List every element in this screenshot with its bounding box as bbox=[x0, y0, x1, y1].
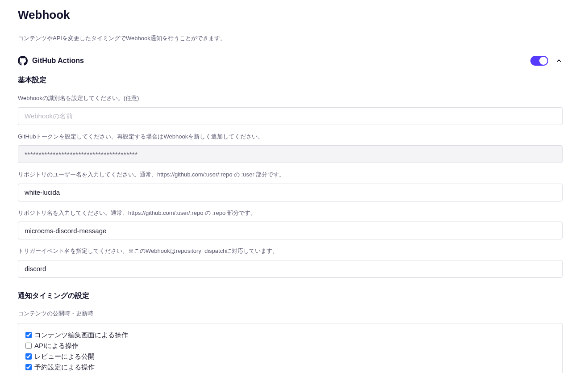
chevron-up-icon[interactable] bbox=[555, 57, 563, 64]
trigger-event-input[interactable] bbox=[18, 260, 563, 278]
repo-name-input[interactable] bbox=[18, 222, 563, 239]
integration-header: GitHub Actions bbox=[18, 56, 563, 66]
timing-checkbox[interactable] bbox=[25, 364, 32, 370]
github-token-input bbox=[18, 145, 563, 163]
repo-name-label: リポジトリ名を入力してください。通常、https://github.com/:u… bbox=[18, 209, 563, 218]
timing-checkbox[interactable] bbox=[25, 353, 32, 360]
timing-item: レビューによる公開 bbox=[25, 351, 555, 362]
trigger-event-label: トリガーイベント名を指定してください。※このWebhookはrepository… bbox=[18, 247, 563, 256]
integration-toggle[interactable] bbox=[530, 56, 548, 66]
timing-checkbox-group: コンテンツ編集画面による操作APIによる操作レビューによる公開予約設定による操作… bbox=[18, 323, 563, 373]
timing-item: APIによる操作 bbox=[25, 340, 555, 351]
timing-checkbox-label[interactable]: レビューによる公開 bbox=[34, 351, 95, 362]
timing-checkbox[interactable] bbox=[25, 332, 32, 338]
timing-group-label: コンテンツの公開時・更新時 bbox=[18, 310, 563, 318]
github-icon bbox=[18, 56, 28, 66]
timing-checkbox-label[interactable]: 予約設定による操作 bbox=[34, 362, 95, 373]
integration-name: GitHub Actions bbox=[32, 57, 84, 65]
repo-user-input[interactable] bbox=[18, 184, 563, 201]
page-title: Webhook bbox=[18, 8, 563, 22]
timing-item: 予約設定による操作 bbox=[25, 362, 555, 373]
repo-user-label: リポジトリのユーザー名を入力してください。通常、https://github.c… bbox=[18, 170, 563, 179]
timing-settings-title: 通知タイミングの設定 bbox=[18, 291, 563, 301]
webhook-name-input[interactable] bbox=[18, 107, 563, 125]
timing-checkbox-label[interactable]: コンテンツ編集画面による操作 bbox=[34, 330, 128, 340]
timing-checkbox[interactable] bbox=[25, 343, 32, 349]
basic-settings-title: 基本設定 bbox=[18, 75, 563, 85]
timing-checkbox-label[interactable]: APIによる操作 bbox=[34, 340, 79, 351]
webhook-name-label: Webhookの識別名を設定してください。(任意) bbox=[18, 94, 563, 103]
page-description: コンテンツやAPIを変更したタイミングでWebhook通知を行うことができます。 bbox=[18, 34, 563, 42]
github-token-label: GitHubトークンを設定してください。再設定する場合はWebhookを新しく追… bbox=[18, 132, 563, 141]
timing-item: コンテンツ編集画面による操作 bbox=[25, 330, 555, 340]
